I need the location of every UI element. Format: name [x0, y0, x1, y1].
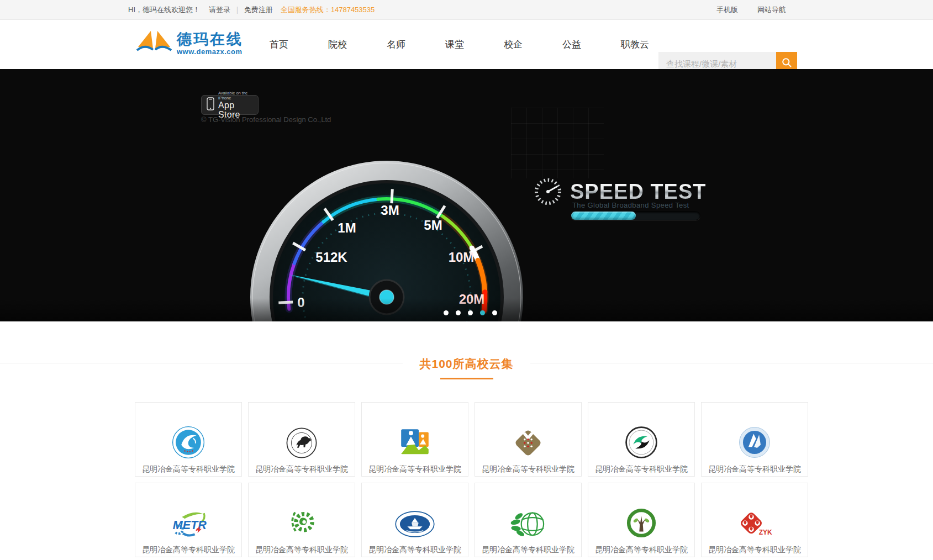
svg-text:ZYK: ZYK — [759, 529, 772, 536]
nav-item[interactable]: 课堂 — [445, 38, 464, 51]
machinery-blue-circle-logo — [135, 403, 241, 460]
section-title: 共100所高校云集 — [403, 356, 530, 372]
school-card[interactable]: 昆明冶金高等专科职业学院 — [248, 483, 355, 557]
carousel-dot[interactable] — [468, 310, 473, 315]
nav-item[interactable]: 院校 — [328, 38, 347, 51]
speedtest-title: SPEED TEST — [570, 180, 707, 204]
school-card[interactable]: 昆明冶金高等专科职业学院 — [248, 402, 355, 477]
section-head: 共100所高校云集 — [0, 356, 933, 379]
school-name: 昆明冶金高等专科职业学院 — [362, 541, 468, 555]
colorful-square-figures-logo — [362, 403, 468, 460]
sitemap-link[interactable]: 网站导航 — [757, 5, 786, 15]
nav-item[interactable]: 公益 — [562, 38, 581, 51]
leaves-globe-logo — [475, 483, 581, 541]
school-card[interactable]: ZYK 昆明冶金高等专科职业学院 — [701, 483, 808, 557]
school-name: 昆明冶金高等专科职业学院 — [362, 460, 468, 474]
main-nav: 首页院校名师课堂校企公益职教云 — [270, 20, 649, 69]
appstore-small-text: Available on the iPhone — [218, 91, 253, 101]
school-card[interactable]: 昆明冶金高等专科职业学院 — [701, 402, 808, 477]
school-name: 昆明冶金高等专科职业学院 — [588, 460, 694, 474]
welcome-text: HI，德玛在线欢迎您！ — [128, 5, 200, 15]
school-name: 昆明冶金高等专科职业学院 — [475, 460, 581, 474]
school-card[interactable]: 昆明冶金高等专科职业学院 — [475, 402, 582, 477]
iphone-icon — [207, 97, 214, 113]
gauge-label-3m: 3M — [381, 203, 399, 218]
school-name: 昆明冶金高等专科职业学院 — [702, 460, 808, 474]
nav-item[interactable]: 职教云 — [621, 38, 649, 51]
topbar: HI，德玛在线欢迎您！ 请登录 ｜ 免费注册 全国服务热线：1478745353… — [0, 0, 933, 20]
schools-grid: 昆明冶金高等专科职业学院 昆明冶金高等专科职业学院 昆明冶金高等专科职业学院 昆… — [135, 402, 798, 557]
nav-item[interactable]: 校企 — [504, 38, 523, 51]
nav-item[interactable]: 首页 — [270, 38, 288, 51]
speedtest-subtitle: The Global Broadband Speed Test — [572, 201, 689, 209]
green-gear-wreath-logo — [249, 483, 355, 541]
carousel-dots — [444, 310, 497, 315]
gauge-label-0: 0 — [297, 295, 304, 310]
school-card[interactable]: 昆明冶金高等专科职业学院 — [588, 483, 695, 557]
header: 德玛在线 www.demazx.com 首页院校名师课堂校企公益职教云 — [0, 20, 933, 69]
carousel-dot[interactable] — [480, 310, 485, 315]
school-name: 昆明冶金高等专科职业学院 — [475, 541, 581, 555]
logo-title: 德玛在线 — [177, 31, 243, 47]
appstore-badge[interactable]: Available on the iPhone App Store — [201, 95, 259, 115]
school-card[interactable]: 昆明冶金高等专科职业学院 — [361, 402, 468, 477]
school-name: 昆明冶金高等专科职业学院 — [249, 460, 355, 474]
divider: ｜ — [234, 5, 241, 15]
brown-diamond-dots-logo — [475, 403, 581, 460]
ship-blue-oval-logo — [362, 483, 468, 541]
carousel-dot[interactable] — [492, 310, 497, 315]
green-swirl-seal-logo — [588, 403, 694, 460]
hotline-text: 全国服务热线：14787453535 — [281, 5, 375, 15]
speedometer-gauge: 0 512K 1M 3M 5M 10M 20M — [249, 159, 525, 321]
school-name: 昆明冶金高等专科职业学院 — [135, 541, 241, 555]
mini-gauge-icon — [532, 176, 564, 209]
school-name: 昆明冶金高等专科职业学院 — [702, 541, 808, 555]
copyright-text: © TG-Vision Professional Design Co.,Ltd — [201, 115, 331, 124]
book-logo-icon — [136, 28, 172, 58]
gauge-label-20m: 20M — [459, 292, 485, 307]
tree-green-ring-logo — [588, 483, 694, 541]
banner-grid-decor — [511, 108, 604, 178]
school-name: 昆明冶金高等专科职业学院 — [588, 541, 694, 555]
metr-gear-logo: METR — [135, 483, 241, 541]
school-card[interactable]: 昆明冶金高等专科职业学院 — [588, 402, 695, 477]
progress-bar — [571, 211, 700, 220]
site-logo[interactable]: 德玛在线 www.demazx.com — [136, 28, 243, 58]
gauge-label-1m: 1M — [338, 220, 356, 235]
school-card[interactable]: 昆明冶金高等专科职业学院 — [475, 483, 582, 557]
section-underline — [440, 378, 493, 379]
carousel-dot[interactable] — [456, 310, 461, 315]
school-name: 昆明冶金高等专科职业学院 — [135, 460, 241, 474]
school-card[interactable]: 昆明冶金高等专科职业学院 — [361, 483, 468, 557]
carousel-dot[interactable] — [444, 310, 449, 315]
zyk-red-diamond-logo: ZYK — [702, 483, 808, 541]
mobile-version-link[interactable]: 手机版 — [716, 5, 738, 15]
gauge-label-512k: 512K — [315, 250, 347, 265]
progress-fill — [571, 212, 636, 220]
school-name: 昆明冶金高等专科职业学院 — [249, 541, 355, 555]
login-link[interactable]: 请登录 — [209, 5, 230, 15]
school-card[interactable]: 昆明冶金高等专科职业学院 — [135, 402, 242, 477]
hero-carousel[interactable]: Available on the iPhone App Store © TG-V… — [0, 69, 933, 321]
gauge-label-10m: 10M — [449, 250, 475, 265]
logo-url: www.demazx.com — [177, 47, 243, 56]
search-icon — [782, 57, 792, 70]
register-link[interactable]: 免费注册 — [244, 5, 273, 15]
nav-item[interactable]: 名师 — [387, 38, 405, 51]
gauge-label-5m: 5M — [424, 218, 442, 233]
school-card[interactable]: METR 昆明冶金高等专科职业学院 — [135, 483, 242, 557]
horse-seal-logo — [249, 403, 355, 460]
blue-emblem-circle-logo — [702, 403, 808, 460]
